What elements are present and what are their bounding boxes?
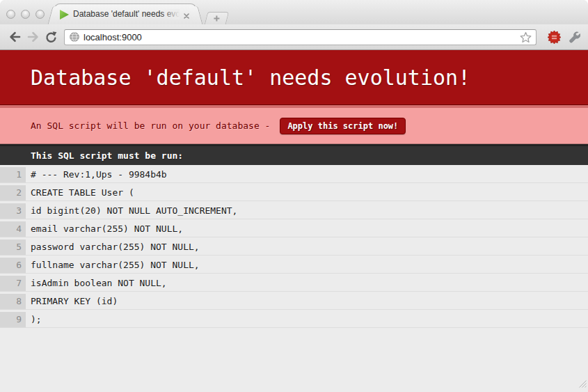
sql-script-listing: 1# --- Rev:1,Ups - 9984b4b2CREATE TABLE … xyxy=(0,165,588,328)
line-number: 6 xyxy=(0,258,26,273)
line-number: 9 xyxy=(0,312,26,327)
script-line: 7isAdmin boolean NOT NULL, xyxy=(0,274,588,292)
browser-window: Database 'default' needs evol xyxy=(0,0,588,392)
line-code: CREATE TABLE User ( xyxy=(31,185,134,201)
tab-title: Database 'default' needs evol xyxy=(73,9,180,19)
line-number: 7 xyxy=(0,276,26,291)
browser-tab[interactable]: Database 'default' needs evol xyxy=(54,3,196,24)
page-title: Database 'default' needs evolution! xyxy=(0,50,588,105)
new-tab-button[interactable] xyxy=(205,12,229,24)
line-number: 4 xyxy=(0,221,26,237)
script-header: This SQL script must be run: xyxy=(0,144,588,165)
reload-icon xyxy=(45,31,58,44)
plus-icon xyxy=(213,15,221,22)
line-number: 1 xyxy=(0,167,26,182)
red-badge-icon xyxy=(548,31,561,44)
line-number: 5 xyxy=(0,240,26,255)
wrench-icon xyxy=(568,31,580,43)
bookmark-star-icon[interactable] xyxy=(520,31,532,43)
line-code: ); xyxy=(31,312,42,327)
window-close-button[interactable] xyxy=(6,10,15,19)
reload-button[interactable] xyxy=(42,28,60,46)
script-line: 1# --- Rev:1,Ups - 9984b4b xyxy=(0,165,588,183)
script-line: 5password varchar(255) NOT NULL, xyxy=(0,237,588,256)
window-controls xyxy=(6,10,45,19)
script-line: 2CREATE TABLE User ( xyxy=(0,183,588,201)
line-number: 8 xyxy=(0,294,26,309)
browser-toolbar: localhost:9000 xyxy=(0,24,588,50)
window-titlebar[interactable]: Database 'default' needs evol xyxy=(0,0,588,24)
line-number: 3 xyxy=(0,203,26,219)
url-text: localhost:9000 xyxy=(84,30,520,45)
script-line: 9); xyxy=(0,310,588,328)
globe-icon xyxy=(69,31,80,42)
back-button[interactable] xyxy=(6,28,24,46)
line-code: PRIMARY KEY (id) xyxy=(31,294,118,309)
apply-script-button[interactable]: Apply this script now! xyxy=(280,118,406,134)
script-line: 3id bigint(20) NOT NULL AUTO_INCREMENT, xyxy=(0,201,588,219)
forward-arrow-icon xyxy=(26,31,40,43)
line-code: fullname varchar(255) NOT NULL, xyxy=(31,258,200,273)
evolution-banner: An SQL script will be run on your databa… xyxy=(0,105,588,144)
line-code: # --- Rev:1,Ups - 9984b4b xyxy=(31,167,167,182)
tab-close-icon[interactable] xyxy=(182,10,191,19)
address-bar[interactable]: localhost:9000 xyxy=(64,29,537,45)
line-code: password varchar(255) NOT NULL, xyxy=(31,240,200,255)
script-line: 8PRIMARY KEY (id) xyxy=(0,292,588,310)
back-arrow-icon xyxy=(8,31,22,43)
resize-grip-icon[interactable] xyxy=(578,378,587,391)
line-code: email varchar(255) NOT NULL, xyxy=(31,221,183,237)
line-code: id bigint(20) NOT NULL AUTO_INCREMENT, xyxy=(31,203,237,219)
extension-badge-button[interactable] xyxy=(546,29,562,45)
page-content: Database 'default' needs evolution! An S… xyxy=(0,50,588,328)
line-number: 2 xyxy=(0,185,26,201)
script-line: 4email varchar(255) NOT NULL, xyxy=(0,219,588,237)
line-code: isAdmin boolean NOT NULL, xyxy=(31,276,167,291)
settings-menu-button[interactable] xyxy=(566,29,582,45)
banner-text: An SQL script will be run on your databa… xyxy=(31,120,270,131)
forward-button[interactable] xyxy=(24,28,42,46)
script-line: 6fullname varchar(255) NOT NULL, xyxy=(0,256,588,274)
window-zoom-button[interactable] xyxy=(35,10,45,19)
play-favicon-icon xyxy=(60,10,69,19)
window-minimize-button[interactable] xyxy=(21,10,30,19)
